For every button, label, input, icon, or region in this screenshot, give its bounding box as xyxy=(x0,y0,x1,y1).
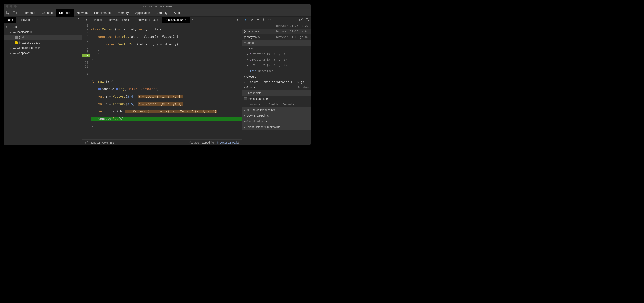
file-tree: ▼top ▼localhost:8080 (index) browser-11-… xyxy=(4,23,82,57)
tab-security[interactable]: Security xyxy=(153,9,170,17)
svg-line-11 xyxy=(300,19,303,21)
nav-tab-filesystem[interactable]: Filesystem xyxy=(16,17,35,23)
resume-icon[interactable] xyxy=(244,18,247,21)
debug-decorator-icon xyxy=(116,88,118,90)
tree-top-label: top xyxy=(13,25,17,29)
scope-this[interactable]: this: undefined xyxy=(242,68,310,74)
traffic-max[interactable] xyxy=(14,5,16,8)
file-tab-main[interactable]: main.kt?ae40× xyxy=(162,17,190,23)
svg-point-12 xyxy=(306,18,309,21)
svg-rect-13 xyxy=(307,19,307,21)
window-titlebar: DevTools - localhost:8080/ xyxy=(4,4,310,9)
svg-point-10 xyxy=(268,19,269,20)
callstack-row[interactable]: (anonymous)browser-11-06.js:84 xyxy=(242,29,310,34)
scope-global[interactable]: ▶GlobalWindow xyxy=(242,85,310,90)
svg-rect-2 xyxy=(15,12,16,14)
toggle-navigator-icon[interactable]: ◀ xyxy=(84,18,88,22)
inline-value: c = Vector2 {x: 8, y: 9}, a = Vector2 {x… xyxy=(125,110,218,113)
deactivate-breakpoints-icon[interactable] xyxy=(299,18,303,21)
tab-application[interactable]: Application xyxy=(132,9,153,17)
tree-webpack[interactable]: ▶webpack:// xyxy=(4,50,82,56)
tree-index-label: (index) xyxy=(19,36,28,39)
device-icon[interactable] xyxy=(13,11,16,15)
tree-top[interactable]: ▼top xyxy=(4,24,82,30)
tree-wp-label: webpack:// xyxy=(17,51,30,55)
scope-closure[interactable]: ▶Closure xyxy=(242,74,310,79)
tab-performance[interactable]: Performance xyxy=(91,9,115,17)
panel-tabs: Elements Console Sources Network Perform… xyxy=(19,9,186,17)
breakpoint-item[interactable]: ✓main.kt?ae40:9 xyxy=(242,96,310,102)
svg-point-4 xyxy=(251,20,252,21)
svg-rect-1 xyxy=(13,12,15,14)
debugger-toolbar xyxy=(242,17,310,23)
step-icon[interactable] xyxy=(268,18,272,21)
nav-menu-icon[interactable]: ⋮ xyxy=(76,18,81,22)
nav-tab-page[interactable]: Page xyxy=(4,17,16,23)
cursor-position: Line 13, Column 5 xyxy=(91,141,114,144)
debug-decorator-icon xyxy=(98,88,101,90)
scope-var-b[interactable]: ▶b: Vector2 {x: 5, y: 5} xyxy=(242,57,310,63)
execution-line: console.log(c) xyxy=(91,117,242,121)
tab-console[interactable]: Console xyxy=(38,9,56,17)
file-tab-js2[interactable]: browser-11-06.js xyxy=(134,17,162,23)
step-out-icon[interactable] xyxy=(262,18,265,21)
file-tab-index[interactable]: (index) xyxy=(90,17,106,23)
code-area[interactable]: class Vector2(val x: Int, val y: Int) { … xyxy=(90,23,242,139)
callstack-row[interactable]: (anonymous)browser-11-06.js:87 xyxy=(242,34,310,40)
step-into-icon[interactable] xyxy=(256,18,259,21)
svg-rect-3 xyxy=(244,19,244,21)
tab-sources[interactable]: Sources xyxy=(56,9,74,17)
breakpoints-header[interactable]: ▼Breakpoints xyxy=(242,90,310,96)
traffic-close[interactable] xyxy=(6,5,8,8)
breakpoint-checkbox[interactable]: ✓ xyxy=(244,97,247,100)
scope-closure2[interactable]: ▶Closure (./kotlin/browser-11-06.js) xyxy=(242,79,310,85)
callstack-top[interactable]: browser-11-06.js:20 xyxy=(242,23,310,29)
gutter[interactable]: 1234567891011121314 xyxy=(82,23,90,139)
pause-exceptions-icon[interactable] xyxy=(306,18,309,21)
tree-file-js[interactable]: browser-11-06.js xyxy=(4,40,82,45)
tab-memory[interactable]: Memory xyxy=(115,9,132,17)
xhr-breakpoints-header[interactable]: ▶XHR/fetch Breakpoints xyxy=(242,107,310,113)
event-listener-breakpoints-header[interactable]: ▶Event Listener Breakpoints xyxy=(242,124,310,130)
pretty-print-icon[interactable]: { } xyxy=(85,141,88,144)
scope-var-a[interactable]: ▶a: Vector2 {x: 3, y: 4} xyxy=(242,51,310,57)
scope-var-c[interactable]: ▶c: Vector2 {x: 8, y: 9} xyxy=(242,63,310,68)
dom-breakpoints-header[interactable]: ▶DOM Breakpoints xyxy=(242,113,310,118)
menu-icon[interactable]: ⋮ xyxy=(304,11,309,15)
file-tab-js1[interactable]: browser-11-06.js xyxy=(106,17,134,23)
file-tab-main-label: main.kt?ae40 xyxy=(166,18,183,21)
file-tabs-more-icon[interactable]: » xyxy=(190,18,195,21)
tree-webpack-internal[interactable]: ▶webpack-internal:// xyxy=(4,45,82,50)
tree-index[interactable]: (index) xyxy=(4,35,82,40)
breakpoint-code: console.log("Hello, Console… xyxy=(242,102,310,107)
svg-point-7 xyxy=(263,20,264,21)
inline-value: b = Vector2 {x: 5, y: 5} xyxy=(138,102,183,106)
global-listeners-header[interactable]: ▶Global Listeners xyxy=(242,118,310,124)
breakpoint-marker[interactable]: 9 xyxy=(82,54,90,57)
tree-host-label: localhost:8080 xyxy=(17,31,35,34)
window-title: DevTools - localhost:8080/ xyxy=(142,5,172,8)
editor-status-bar: { }Line 13, Column 5 (source mapped from… xyxy=(82,139,242,145)
svg-point-5 xyxy=(258,20,258,21)
scope-header[interactable]: ▼Scope xyxy=(242,40,310,46)
traffic-min[interactable] xyxy=(10,5,12,8)
tree-host[interactable]: ▼localhost:8080 xyxy=(4,30,82,35)
code-editor[interactable]: 1234567891011121314 class Vector2(val x:… xyxy=(82,23,242,139)
tree-file-label: browser-11-06.js xyxy=(19,41,40,44)
scope-local[interactable]: ▼Local xyxy=(242,46,310,51)
inline-value: a = Vector2 {x: 3, y: 4} xyxy=(138,95,183,99)
step-over-icon[interactable] xyxy=(250,18,254,21)
inspect-icon[interactable] xyxy=(6,11,10,15)
nav-more-icon[interactable]: » xyxy=(35,18,40,21)
source-map-link[interactable]: browser-11-06.js xyxy=(217,141,238,144)
tree-wpi-label: webpack-internal:// xyxy=(17,46,41,49)
tab-network[interactable]: Network xyxy=(74,9,91,17)
svg-rect-14 xyxy=(308,19,308,21)
tab-elements[interactable]: Elements xyxy=(19,9,38,17)
toggle-debugger-icon[interactable]: ▶ xyxy=(236,18,240,22)
tab-audits[interactable]: Audits xyxy=(170,9,186,17)
close-tab-icon[interactable]: × xyxy=(184,18,186,21)
